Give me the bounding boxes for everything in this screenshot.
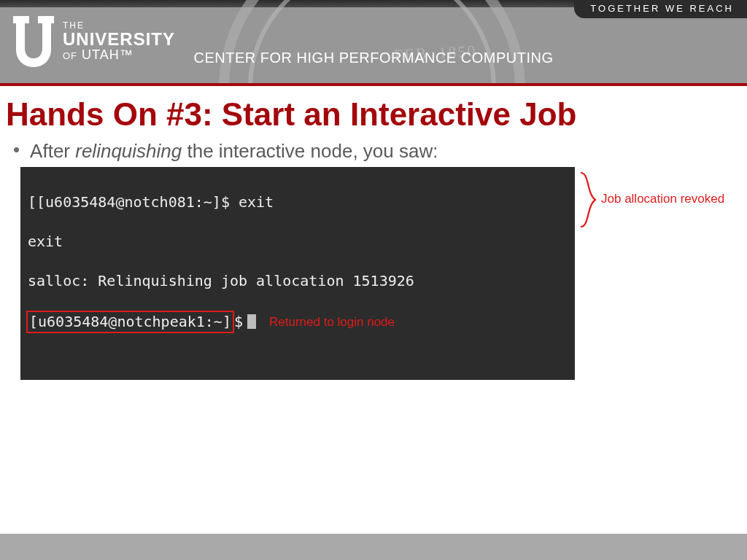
- terminal: [[u6035484@notch081:~]$ exit exit salloc…: [20, 167, 575, 380]
- revoked-annotation: Job allocation revoked: [601, 192, 724, 206]
- prompt-highlight-box: [u6035484@notchpeak1:~]: [26, 311, 234, 333]
- terminal-block: [[u6035484@notch081:~]$ exit exit salloc…: [20, 167, 575, 380]
- terminal-line-2: exit: [28, 232, 568, 252]
- slide-header: FEB. 1850 TOGETHER WE REACH THE UNIVERSI…: [0, 0, 747, 83]
- university-seal-bg: [219, 0, 525, 83]
- bullet-line: • After relinquishing the interactive no…: [0, 140, 747, 163]
- terminal-line-3: salloc: Relinquishing job allocation 151…: [28, 271, 568, 291]
- brace-icon: [579, 171, 597, 228]
- footer-bar: [0, 534, 747, 560]
- dollar-sign: $: [234, 313, 243, 330]
- center-label: CENTER FOR HIGH PERFORMANCE COMPUTING: [0, 50, 747, 66]
- terminal-line-1: [[u6035484@notch081:~]$ exit: [28, 192, 568, 212]
- returned-annotation: Returned to login node: [269, 315, 395, 329]
- tagline-pill: TOGETHER WE REACH: [574, 0, 747, 18]
- logo-university: UNIVERSITY: [63, 30, 175, 48]
- slide-title: Hands On #3: Start an Interactive Job: [0, 86, 747, 140]
- bullet-dot-icon: •: [13, 140, 20, 159]
- cursor-icon: [247, 314, 256, 329]
- bullet-text: After relinquishing the interactive node…: [30, 140, 438, 163]
- terminal-line-4: [u6035484@notchpeak1:~]$Returned to logi…: [28, 311, 568, 333]
